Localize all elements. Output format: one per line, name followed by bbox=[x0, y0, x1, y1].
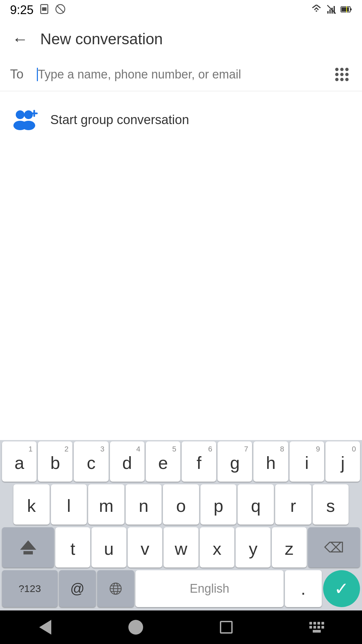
backspace-key[interactable]: ⌫ bbox=[308, 527, 360, 568]
key-i[interactable]: 9i bbox=[290, 441, 324, 482]
back-arrow-icon: ← bbox=[12, 30, 28, 48]
key-t[interactable]: t bbox=[55, 527, 90, 568]
nav-recents[interactable] bbox=[206, 614, 246, 641]
key-e[interactable]: 5e bbox=[146, 441, 180, 482]
shift-key[interactable] bbox=[2, 527, 54, 568]
svg-rect-11 bbox=[342, 7, 349, 11]
group-icon bbox=[10, 108, 40, 131]
globe-icon bbox=[109, 582, 122, 595]
nav-keyboard-icon bbox=[309, 622, 324, 633]
key-u[interactable]: u bbox=[92, 527, 126, 568]
period-label: . bbox=[301, 579, 306, 599]
key-g[interactable]: 7g bbox=[218, 441, 252, 482]
key-y[interactable]: y bbox=[236, 527, 270, 568]
svg-point-13 bbox=[16, 110, 24, 119]
key-h[interactable]: 8h bbox=[253, 441, 288, 482]
nav-home-icon bbox=[128, 620, 143, 635]
key-s[interactable]: s bbox=[313, 484, 349, 525]
key-f[interactable]: 6f bbox=[182, 441, 216, 482]
key-l[interactable]: l bbox=[51, 484, 87, 525]
nav-recents-icon bbox=[220, 621, 233, 634]
at-label: @ bbox=[70, 581, 84, 597]
status-time: 9:25 bbox=[10, 3, 34, 17]
key-x[interactable]: x bbox=[200, 527, 235, 568]
dialpad-icon bbox=[335, 68, 349, 81]
signal-icon bbox=[326, 4, 337, 16]
page-title: New conversation bbox=[40, 30, 163, 48]
to-field: To bbox=[0, 58, 362, 91]
key-c[interactable]: 3c bbox=[74, 441, 108, 482]
nav-back[interactable] bbox=[25, 614, 65, 641]
enter-icon: ✓ bbox=[334, 579, 349, 599]
content-area: Start group conversation bbox=[0, 91, 362, 148]
svg-rect-5 bbox=[329, 9, 331, 14]
recipient-input[interactable] bbox=[38, 67, 325, 82]
key-j[interactable]: 0j bbox=[325, 441, 360, 482]
nav-back-icon bbox=[39, 620, 51, 635]
app-bar: ← New conversation bbox=[0, 20, 362, 58]
svg-rect-1 bbox=[42, 7, 46, 11]
dialpad-button[interactable] bbox=[332, 64, 352, 85]
status-bar: 9:25 bbox=[0, 0, 362, 20]
keyboard-row-2: k l m n o p q r s bbox=[0, 483, 362, 526]
dnd-icon bbox=[55, 4, 66, 17]
key-z[interactable]: z bbox=[272, 527, 307, 568]
svg-point-16 bbox=[22, 121, 35, 130]
symbols-key[interactable]: ?123 bbox=[2, 570, 58, 607]
nav-keyboard[interactable] bbox=[297, 614, 337, 641]
backspace-icon: ⌫ bbox=[324, 539, 344, 556]
key-o[interactable]: o bbox=[163, 484, 199, 525]
battery-icon bbox=[341, 6, 352, 14]
svg-point-15 bbox=[24, 110, 33, 119]
period-key[interactable]: . bbox=[285, 570, 322, 607]
key-a[interactable]: 1a bbox=[2, 441, 37, 482]
shift-icon bbox=[20, 540, 36, 554]
svg-line-3 bbox=[57, 5, 64, 12]
key-v[interactable]: v bbox=[128, 527, 163, 568]
to-label: To bbox=[10, 67, 30, 82]
key-q[interactable]: q bbox=[238, 484, 274, 525]
back-button[interactable]: ← bbox=[10, 29, 30, 49]
key-d[interactable]: 4d bbox=[110, 441, 144, 482]
key-n[interactable]: n bbox=[126, 484, 162, 525]
keyboard: 1a 2b 3c 4d 5e 6f 7g 8h 9i 0j k l m n o … bbox=[0, 440, 362, 610]
group-conversation-label: Start group conversation bbox=[50, 113, 189, 127]
keyboard-row-3: t u v w x y z ⌫ bbox=[0, 526, 362, 569]
at-key[interactable]: @ bbox=[59, 570, 96, 607]
key-p[interactable]: p bbox=[200, 484, 237, 525]
sim-icon bbox=[39, 4, 50, 17]
key-r[interactable]: r bbox=[275, 484, 311, 525]
nav-home[interactable] bbox=[116, 614, 156, 641]
svg-rect-4 bbox=[327, 11, 329, 14]
key-b[interactable]: 2b bbox=[38, 441, 72, 482]
status-right-icons bbox=[310, 4, 352, 16]
keyboard-row-1: 1a 2b 3c 4d 5e 6f 7g 8h 9i 0j bbox=[0, 440, 362, 483]
space-key[interactable]: English bbox=[135, 570, 283, 607]
enter-key[interactable]: ✓ bbox=[323, 570, 360, 607]
svg-rect-10 bbox=[350, 8, 352, 10]
globe-key[interactable] bbox=[97, 570, 134, 607]
wifi-icon bbox=[310, 5, 322, 15]
nav-bar bbox=[0, 610, 362, 644]
status-left-icons: 9:25 bbox=[10, 3, 66, 17]
start-group-conversation[interactable]: Start group conversation bbox=[10, 101, 352, 138]
key-w[interactable]: w bbox=[164, 527, 198, 568]
key-m[interactable]: m bbox=[88, 484, 124, 525]
keyboard-bottom-row: ?123 @ English . ✓ bbox=[0, 569, 362, 610]
space-label: English bbox=[190, 582, 229, 596]
symbols-label: ?123 bbox=[18, 583, 41, 594]
key-k[interactable]: k bbox=[13, 484, 50, 525]
